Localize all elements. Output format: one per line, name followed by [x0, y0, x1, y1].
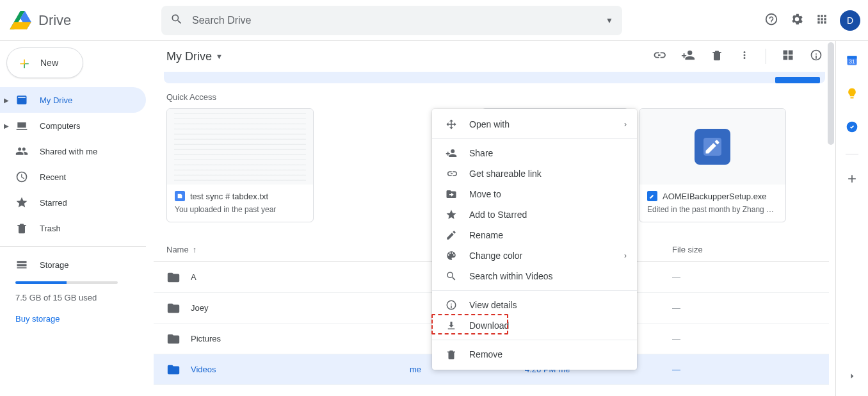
trash-icon	[445, 349, 458, 360]
ctx-rename[interactable]: Rename	[432, 225, 637, 245]
preview-thumbnail	[167, 109, 313, 185]
ctx-add-starred[interactable]: Add to Starred	[432, 204, 637, 225]
hide-sidepanel-icon[interactable]	[846, 370, 858, 384]
sidebar-item-label: Storage	[40, 260, 69, 270]
account-avatar[interactable]: D	[840, 10, 860, 31]
info-banner-remnant	[164, 72, 825, 83]
storage-block: 7.5 GB of 15 GB used Buy storage	[0, 281, 154, 324]
vertical-scrollbar[interactable]	[828, 42, 834, 145]
header-actions: D	[764, 10, 860, 31]
ctx-remove[interactable]: Remove	[432, 344, 637, 365]
get-link-icon[interactable]	[652, 48, 666, 65]
star-icon	[445, 209, 458, 220]
row-size: —	[672, 365, 787, 374]
logo-block[interactable]: Drive	[8, 8, 161, 33]
sidebar-item-starred[interactable]: Starred	[0, 190, 146, 215]
sidebar-item-storage[interactable]: Storage	[0, 252, 146, 277]
sidebar-item-computers[interactable]: ▶ Computers	[0, 113, 146, 138]
ctx-label: Change color	[469, 251, 522, 261]
add-person-icon[interactable]	[681, 48, 695, 65]
settings-gear-icon[interactable]	[790, 12, 804, 29]
search-icon	[170, 13, 183, 28]
row-name: Pictures	[191, 334, 221, 343]
side-panel: 31	[836, 41, 868, 396]
toolbar-separator	[766, 49, 766, 64]
more-vert-icon[interactable]	[739, 49, 750, 63]
calendar-addon-icon[interactable]: 31	[846, 54, 858, 69]
ctx-download[interactable]: Download	[432, 315, 637, 336]
breadcrumb[interactable]: My Drive ▼	[166, 50, 223, 63]
preview-thumbnail	[639, 109, 785, 185]
get-addons-icon[interactable]	[846, 172, 858, 188]
doc-file-icon	[175, 191, 185, 201]
sidebar-item-my-drive[interactable]: ▶ My Drive	[0, 87, 146, 113]
apps-grid-icon[interactable]	[816, 13, 828, 28]
folder-icon	[166, 270, 181, 285]
qa-file-name: test sync # tabdex.txt	[190, 192, 268, 201]
sidebar-item-label: My Drive	[40, 95, 72, 105]
sidebar-item-trash[interactable]: Trash	[0, 215, 146, 241]
storage-progress	[15, 281, 118, 284]
qa-file-name: AOMEIBackupperSetup.exe	[663, 192, 767, 201]
new-button-label: New	[40, 58, 58, 68]
app-title: Drive	[38, 12, 71, 29]
svg-text:31: 31	[849, 58, 855, 65]
row-size: —	[672, 334, 787, 343]
drive-logo-icon	[8, 8, 33, 33]
delete-icon[interactable]	[711, 49, 723, 64]
view-grid-icon[interactable]	[782, 49, 794, 64]
folder-icon	[166, 301, 181, 315]
expand-caret-icon[interactable]: ▶	[4, 122, 9, 129]
col-size[interactable]: File size	[672, 245, 787, 254]
sidebar-item-recent[interactable]: Recent	[0, 164, 146, 190]
ctx-label: View details	[469, 300, 517, 310]
folder-icon	[166, 332, 181, 346]
ctx-move-to[interactable]: Move to	[432, 184, 637, 204]
sidebar-divider	[0, 246, 146, 247]
ctx-label: Add to Starred	[469, 210, 527, 220]
submenu-chevron-icon: ›	[624, 120, 627, 129]
col-name[interactable]: Name↑	[166, 245, 410, 254]
ctx-label: Remove	[469, 349, 502, 359]
ctx-search-within[interactable]: Search within Videos	[432, 266, 637, 286]
ctx-separator	[432, 290, 637, 291]
palette-icon	[445, 250, 458, 261]
search-input[interactable]	[191, 14, 606, 27]
ctx-label: Rename	[469, 230, 503, 240]
rename-icon	[445, 229, 458, 241]
ctx-label: Download	[469, 320, 509, 331]
toolbar-actions	[652, 48, 823, 65]
qa-subtitle: Edited in the past month by Zhang …	[647, 205, 778, 214]
ctx-open-with[interactable]: Open with ›	[432, 114, 637, 135]
submenu-chevron-icon: ›	[624, 251, 627, 260]
exe-file-icon	[647, 191, 657, 201]
search-box[interactable]: ▼	[161, 6, 622, 35]
row-size: —	[672, 303, 787, 313]
ctx-view-details[interactable]: View details	[432, 295, 637, 315]
search-options-caret-icon[interactable]: ▼	[606, 16, 613, 25]
keep-addon-icon[interactable]	[846, 87, 858, 103]
expand-caret-icon[interactable]: ▶	[4, 97, 9, 104]
move-icon	[445, 188, 458, 200]
sort-asc-icon: ↑	[193, 245, 197, 254]
quick-access-card[interactable]: AOMEIBackupperSetup.exe Edited in the pa…	[639, 108, 786, 222]
ctx-share[interactable]: Share	[432, 143, 637, 163]
plus-icon: ＋	[16, 54, 33, 71]
ctx-change-color[interactable]: Change color ›	[432, 245, 637, 266]
ctx-separator	[432, 138, 637, 139]
open-with-icon	[445, 119, 458, 130]
sidebar: ＋ New ▶ My Drive ▶ Computers Shared with…	[0, 41, 154, 396]
help-icon[interactable]	[764, 12, 778, 29]
sidebar-item-shared[interactable]: Shared with me	[0, 138, 146, 164]
new-button[interactable]: ＋ New	[6, 47, 83, 78]
ctx-get-link[interactable]: Get shareable link	[432, 163, 637, 184]
ctx-label: Share	[469, 148, 493, 158]
buy-storage-link[interactable]: Buy storage	[15, 314, 154, 324]
main-panel: My Drive ▼ Quick Access test sync # tabd…	[154, 41, 836, 396]
breadcrumb-caret-icon: ▼	[216, 53, 223, 60]
info-icon[interactable]	[810, 49, 823, 64]
quick-access-card[interactable]: test sync # tabdex.txt You uploaded in t…	[166, 108, 314, 222]
folder-icon	[166, 363, 181, 377]
tasks-addon-icon[interactable]	[846, 120, 858, 136]
sidebar-item-label: Trash	[40, 224, 61, 233]
